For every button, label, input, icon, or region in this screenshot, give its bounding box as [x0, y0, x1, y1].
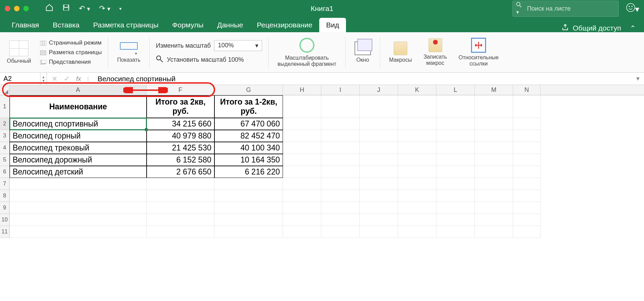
cell[interactable]	[475, 142, 513, 154]
cell[interactable]	[321, 226, 360, 238]
column-header-J[interactable]: J	[360, 85, 398, 95]
fx-icon[interactable]: fx	[76, 75, 81, 83]
cell[interactable]	[360, 118, 398, 130]
row-header[interactable]: 3	[0, 130, 10, 142]
cell[interactable]	[475, 95, 513, 118]
cell[interactable]	[475, 154, 513, 166]
cell[interactable]	[513, 202, 541, 214]
cell-q2[interactable]: 6 152 580	[147, 154, 214, 166]
cell[interactable]	[436, 166, 475, 178]
cell[interactable]	[513, 142, 541, 154]
column-header-M[interactable]: M	[475, 85, 513, 95]
cell-q12[interactable]: 67 470 060	[214, 118, 283, 130]
cell[interactable]	[360, 130, 398, 142]
cell-q12[interactable]: 10 164 350	[214, 154, 283, 166]
row-header[interactable]: 11	[0, 226, 10, 238]
cell[interactable]	[513, 214, 541, 226]
row-header[interactable]: 5	[0, 154, 10, 166]
minimize-window-button[interactable]	[14, 6, 20, 11]
header-q12[interactable]: Итого за 1-2кв, руб.	[214, 95, 283, 118]
show-group-button[interactable]: Показать	[114, 32, 143, 72]
row-header[interactable]: 8	[0, 190, 10, 202]
cell[interactable]	[475, 178, 513, 190]
formula-input[interactable]: Велосипед спортивный	[95, 75, 176, 83]
cell-q2[interactable]: 34 215 660	[147, 118, 214, 130]
cell[interactable]	[283, 118, 321, 130]
cell[interactable]	[360, 178, 398, 190]
cell[interactable]	[214, 178, 283, 190]
cell-q12[interactable]: 6 216 220	[214, 166, 283, 178]
name-box-dropdown[interactable]: ▲▼	[40, 73, 47, 85]
search-input[interactable]	[527, 5, 615, 12]
cell[interactable]	[283, 214, 321, 226]
save-icon[interactable]	[62, 4, 70, 13]
cell[interactable]	[360, 166, 398, 178]
row-header[interactable]: 9	[0, 202, 10, 214]
cell[interactable]	[475, 190, 513, 202]
share-button[interactable]: Общий доступ	[573, 24, 621, 32]
cell[interactable]	[398, 214, 436, 226]
cell-name[interactable]: Велосипед трековый	[10, 142, 147, 154]
cell[interactable]	[398, 166, 436, 178]
cell[interactable]	[360, 214, 398, 226]
cell[interactable]	[283, 154, 321, 166]
cell-q2[interactable]: 2 676 650	[147, 166, 214, 178]
cell[interactable]	[398, 154, 436, 166]
cell[interactable]	[214, 214, 283, 226]
column-header-L[interactable]: L	[436, 85, 475, 95]
cell[interactable]	[513, 95, 541, 118]
cell[interactable]	[283, 202, 321, 214]
cell[interactable]	[360, 142, 398, 154]
cell[interactable]	[321, 95, 360, 118]
cell[interactable]	[283, 178, 321, 190]
cell[interactable]	[360, 95, 398, 118]
record-macro-button[interactable]: Записать макрос	[421, 32, 449, 72]
column-header-I[interactable]: I	[321, 85, 360, 95]
cell[interactable]	[513, 166, 541, 178]
normal-view-button[interactable]: Обычный	[4, 32, 34, 72]
collapse-ribbon-button[interactable]: ⌃	[630, 24, 636, 32]
cell[interactable]	[283, 142, 321, 154]
column-header-G[interactable]: G	[214, 85, 283, 95]
row-header[interactable]: 10	[0, 214, 10, 226]
cell[interactable]	[436, 154, 475, 166]
cell[interactable]	[436, 130, 475, 142]
tab-insert[interactable]: Вставка	[46, 18, 86, 32]
home-icon[interactable]	[45, 4, 53, 13]
cell[interactable]	[321, 202, 360, 214]
cell[interactable]	[360, 154, 398, 166]
name-box[interactable]: A2	[0, 73, 40, 85]
cell[interactable]	[398, 178, 436, 190]
cell[interactable]	[436, 190, 475, 202]
cell[interactable]	[436, 178, 475, 190]
cell[interactable]	[513, 190, 541, 202]
cell-name[interactable]: Велосипед горный	[10, 130, 147, 142]
row-header[interactable]: 6	[0, 166, 10, 178]
cell[interactable]	[475, 226, 513, 238]
cell[interactable]	[147, 190, 214, 202]
cell[interactable]	[321, 154, 360, 166]
share-icon[interactable]	[562, 24, 569, 32]
column-header-A[interactable]: A	[10, 85, 147, 95]
zoom-100-button[interactable]: Установить масштаб 100%	[156, 55, 262, 64]
page-layout-button[interactable]: Разметка страницы	[40, 49, 102, 56]
header-name[interactable]: Наименование	[10, 95, 147, 118]
cell[interactable]	[360, 226, 398, 238]
cell[interactable]	[398, 190, 436, 202]
page-break-preview-button[interactable]: Страничный режим	[40, 39, 102, 46]
cell[interactable]	[398, 95, 436, 118]
cell[interactable]	[147, 202, 214, 214]
custom-views-button[interactable]: Представления	[40, 59, 102, 65]
column-header-N[interactable]: N	[513, 85, 541, 95]
cell[interactable]	[513, 178, 541, 190]
row-header[interactable]: 1	[0, 95, 10, 118]
cell[interactable]	[321, 178, 360, 190]
cell[interactable]	[475, 130, 513, 142]
cell[interactable]	[360, 190, 398, 202]
cell[interactable]	[321, 118, 360, 130]
cell-name[interactable]: Велосипед спортивный	[10, 118, 147, 130]
account-icon[interactable]: ▾	[626, 3, 639, 14]
cell[interactable]	[321, 166, 360, 178]
cell-q12[interactable]: 40 100 340	[214, 142, 283, 154]
cell[interactable]	[214, 202, 283, 214]
